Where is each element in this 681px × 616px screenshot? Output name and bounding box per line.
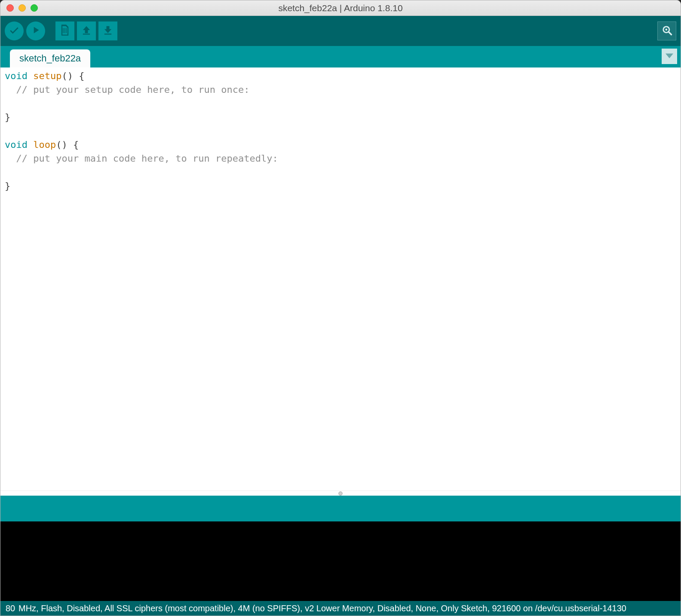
file-icon [59, 24, 71, 38]
traffic-lights [0, 4, 38, 12]
tab-sketch[interactable]: sketch_feb22a [10, 49, 90, 67]
tab-label: sketch_feb22a [19, 53, 81, 64]
serial-monitor-icon [661, 24, 673, 38]
message-bar [0, 496, 681, 521]
window-title: sketch_feb22a | Arduino 1.8.10 [0, 3, 681, 13]
tab-bar: sketch_feb22a [0, 46, 681, 67]
check-icon [9, 25, 20, 37]
arrow-right-icon [30, 25, 41, 37]
titlebar: sketch_feb22a | Arduino 1.8.10 [0, 0, 681, 16]
svg-rect-4 [104, 34, 111, 34]
toolbar [0, 16, 681, 46]
status-line-number: 80 [6, 604, 18, 613]
chevron-down-icon [666, 52, 673, 60]
status-board-config: MHz, Flash, Disabled, All SSL ciphers (m… [18, 604, 675, 613]
editor-splitter[interactable] [0, 490, 681, 496]
arrow-up-icon [80, 24, 92, 38]
splitter-grip-icon [338, 491, 343, 496]
svg-point-6 [666, 29, 668, 31]
open-sketch-button[interactable] [77, 21, 96, 40]
minimize-window-button[interactable] [18, 4, 26, 12]
serial-monitor-button[interactable] [657, 21, 676, 40]
verify-button[interactable] [5, 21, 24, 40]
maximize-window-button[interactable] [31, 4, 38, 12]
svg-rect-1 [64, 28, 65, 33]
svg-rect-3 [83, 34, 90, 34]
status-bar: 80 MHz, Flash, Disabled, All SSL ciphers… [0, 601, 681, 616]
console-output[interactable] [0, 521, 681, 601]
svg-rect-2 [66, 28, 67, 33]
code-editor[interactable]: void setup() { // put your setup code he… [0, 67, 681, 490]
close-window-button[interactable] [6, 4, 14, 12]
svg-line-7 [669, 32, 671, 34]
save-sketch-button[interactable] [98, 21, 117, 40]
upload-button[interactable] [26, 21, 45, 40]
arduino-window: sketch_feb22a | Arduino 1.8.10 [0, 0, 681, 616]
tab-menu-button[interactable] [662, 49, 677, 64]
svg-rect-0 [63, 28, 64, 33]
new-sketch-button[interactable] [55, 21, 74, 40]
arrow-down-icon [102, 24, 114, 38]
